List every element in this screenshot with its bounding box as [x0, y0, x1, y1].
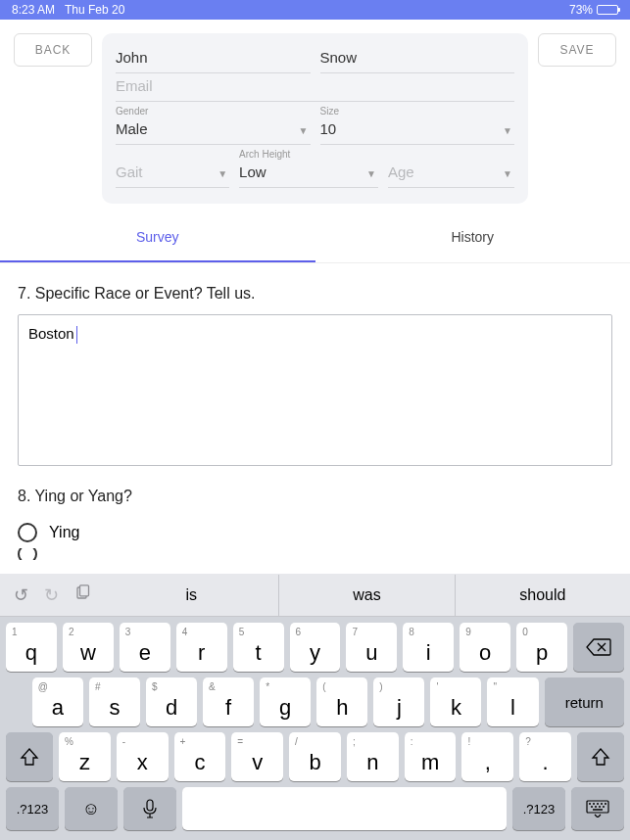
numbers-key-right[interactable]: .?123 [512, 787, 565, 830]
key-z[interactable]: %z [59, 732, 111, 781]
age-field[interactable]: Age ▼ [388, 145, 514, 188]
keyboard-suggestions: is was should [104, 575, 630, 616]
size-field[interactable]: Size 10 ▼ [320, 102, 515, 145]
size-value: 10 [320, 120, 337, 137]
first-name-value: John [116, 49, 148, 66]
tabs: Survey History [0, 213, 630, 263]
numbers-key-left[interactable]: .?123 [6, 787, 59, 830]
battery-percent: 73% [569, 3, 593, 17]
key-q[interactable]: 1q [6, 623, 57, 672]
key-,[interactable]: !, [461, 732, 513, 781]
back-button[interactable]: BACK [14, 33, 92, 67]
svg-rect-1 [80, 584, 89, 595]
key-i[interactable]: 8i [403, 623, 454, 672]
key-f[interactable]: &f [203, 677, 254, 726]
key-w[interactable]: 2w [63, 623, 114, 672]
question-7-text: 7. Specific Race or Event? Tell us. [18, 285, 612, 303]
return-key[interactable]: return [545, 677, 624, 726]
size-label: Size [320, 106, 515, 117]
status-bar: 8:23 AM Thu Feb 20 73% [0, 0, 630, 20]
status-date: Thu Feb 20 [65, 3, 124, 17]
question-8-option-label: Ying [49, 524, 79, 541]
arch-label: Arch Height [239, 149, 378, 160]
gender-label: Gender [116, 106, 311, 117]
question-8-text: 8. Ying or Yang? [18, 488, 612, 505]
suggestion-2[interactable]: was [278, 575, 454, 616]
profile-card: John Snow Email Gender Male ▼ Size 10 ▼ [102, 33, 528, 204]
chevron-down-icon: ▼ [503, 125, 512, 136]
gender-field[interactable]: Gender Male ▼ [116, 102, 311, 145]
question-7-answer: Boston [28, 325, 74, 342]
key-c[interactable]: +c [174, 732, 226, 781]
key-j[interactable]: )j [373, 677, 424, 726]
hide-keyboard-key[interactable] [571, 787, 624, 830]
gender-value: Male [116, 120, 148, 137]
key-l[interactable]: "l [487, 677, 538, 726]
clipboard-icon[interactable] [74, 584, 90, 606]
chevron-down-icon: ▼ [218, 168, 227, 179]
status-time: 8:23 AM [12, 3, 55, 17]
first-name-field[interactable]: John [116, 45, 311, 73]
suggestion-3[interactable]: should [455, 575, 630, 616]
tab-survey[interactable]: Survey [0, 213, 315, 262]
text-cursor [76, 326, 77, 344]
survey-content: 7. Specific Race or Event? Tell us. Bost… [0, 263, 630, 560]
redo-icon[interactable]: ↻ [44, 584, 59, 606]
shift-key-left[interactable] [6, 732, 53, 781]
undo-icon[interactable]: ↺ [14, 584, 28, 606]
key-t[interactable]: 5t [233, 623, 284, 672]
age-placeholder: Age [388, 163, 414, 180]
key-u[interactable]: 7u [346, 623, 397, 672]
question-8-option-partial[interactable] [18, 548, 612, 560]
arch-height-field[interactable]: Arch Height Low ▼ [239, 145, 378, 188]
gait-field[interactable]: Gait ▼ [116, 145, 229, 188]
key-k[interactable]: 'k [430, 677, 481, 726]
emoji-key[interactable]: ☺ [65, 787, 118, 830]
key-a[interactable]: @a [32, 677, 83, 726]
radio-icon [18, 523, 37, 542]
last-name-field[interactable]: Snow [320, 45, 515, 73]
key-b[interactable]: /b [289, 732, 341, 781]
question-8-option-ying[interactable]: Ying [18, 517, 612, 548]
key-o[interactable]: 9o [460, 623, 510, 672]
key-n[interactable]: ;n [347, 732, 399, 781]
key-x[interactable]: -x [117, 732, 169, 781]
question-7-input[interactable]: Boston [18, 314, 612, 466]
space-key[interactable] [182, 787, 507, 830]
dictation-key[interactable] [123, 787, 176, 830]
key-e[interactable]: 3e [120, 623, 170, 672]
key-g[interactable]: *g [260, 677, 311, 726]
save-button[interactable]: SAVE [538, 33, 616, 67]
key-.[interactable]: ?. [519, 732, 571, 781]
key-y[interactable]: 6y [290, 623, 341, 672]
last-name-value: Snow [320, 49, 358, 66]
battery-icon [597, 5, 618, 15]
email-placeholder: Email [116, 77, 153, 94]
chevron-down-icon: ▼ [299, 125, 309, 136]
email-field[interactable]: Email [116, 73, 514, 102]
backspace-key[interactable] [573, 623, 624, 672]
key-d[interactable]: $d [146, 677, 197, 726]
chevron-down-icon: ▼ [366, 168, 376, 179]
chevron-down-icon: ▼ [503, 168, 512, 179]
radio-icon [18, 548, 37, 560]
key-m[interactable]: :m [405, 732, 457, 781]
svg-rect-2 [147, 800, 153, 811]
key-r[interactable]: 4r [176, 623, 227, 672]
gait-placeholder: Gait [116, 163, 143, 180]
shift-key-right[interactable] [577, 732, 624, 781]
suggestion-1[interactable]: is [104, 575, 278, 616]
key-p[interactable]: 0p [516, 623, 567, 672]
keyboard: ↺ ↻ is was should 1q2w3e4r5t6y7u8i9o0p @… [0, 574, 630, 840]
key-v[interactable]: =v [231, 732, 283, 781]
arch-value: Low [239, 163, 267, 180]
tab-history[interactable]: History [315, 213, 631, 262]
svg-rect-3 [587, 801, 608, 813]
key-h[interactable]: (h [316, 677, 367, 726]
key-s[interactable]: #s [89, 677, 140, 726]
